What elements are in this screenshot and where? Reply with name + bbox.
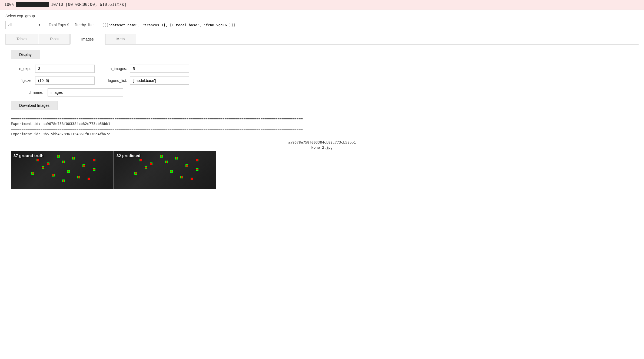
vehicle-dot-15 <box>62 179 65 182</box>
pred-dot-8 <box>196 168 198 171</box>
n-exps-input[interactable] <box>35 65 95 73</box>
pred-dot-3 <box>165 161 168 163</box>
pred-dot-2 <box>150 162 152 165</box>
pred-dot-6 <box>170 170 173 173</box>
vehicle-dot-13 <box>88 178 90 180</box>
vehicle-dot-5 <box>72 157 75 159</box>
pred-dot-12 <box>191 178 193 180</box>
vehicle-dot-7 <box>52 174 55 177</box>
tabs-section: Tables Plots Images Meta <box>0 31 644 45</box>
vehicle-dot-2 <box>47 162 49 165</box>
left-col: n_exps: figsize: <box>11 65 95 85</box>
progress-bar-fill <box>16 2 49 7</box>
predicted-panel: 32 predicted <box>114 151 216 189</box>
experiment-image: 37 ground truth <box>11 151 216 189</box>
pred-dot-4 <box>145 166 147 169</box>
tab-plots[interactable]: Plots <box>39 34 69 44</box>
pred-dot-13 <box>196 159 198 161</box>
display-button[interactable]: Display <box>11 50 40 59</box>
predicted-label: 32 predicted <box>117 153 140 158</box>
vehicle-dot-12 <box>77 176 80 178</box>
vehicle-dot-8 <box>82 164 85 167</box>
vehicle-dot-14 <box>93 159 95 161</box>
n-images-input[interactable] <box>130 65 189 73</box>
vehicle-dot-11 <box>57 155 60 158</box>
ground-truth-panel: 37 ground truth <box>11 151 114 189</box>
dirname-row: dirname: <box>11 88 633 97</box>
main-content: Display n_exps: figsize: n_images: legen… <box>0 45 644 194</box>
vehicle-dot-4 <box>42 166 44 169</box>
pred-dot-11 <box>180 176 183 178</box>
select-row: all ▼ Total Exps 9 filterby_list: <box>5 21 639 29</box>
vehicle-dot-1 <box>36 159 39 161</box>
progress-label: 10/10 [00:00<00:00, 610.61it/s] <box>51 2 127 7</box>
dirname-input[interactable] <box>48 88 123 97</box>
n-images-label: n_images: <box>105 67 127 71</box>
image-section: aa9678e758f003384cb82c773cb58bb1 None:2.… <box>11 140 633 189</box>
output-section: ========================================… <box>11 117 633 136</box>
figsize-input[interactable] <box>35 77 95 85</box>
n-exps-row: n_exps: <box>11 65 95 73</box>
pred-dot-9 <box>134 172 137 175</box>
vehicle-dot-3 <box>62 161 65 163</box>
progress-bar-section: 100% 10/10 [00:00<00:00, 610.61it/s] <box>0 0 644 9</box>
vehicle-dot-6 <box>67 170 70 173</box>
legend-list-input[interactable] <box>130 77 189 85</box>
tabs-row: Tables Plots Images Meta <box>5 34 639 45</box>
figsize-label: figsize: <box>11 78 32 83</box>
image-subtitle: None:2.jpg <box>11 145 633 149</box>
vehicle-dot-9 <box>93 168 95 171</box>
tab-tables[interactable]: Tables <box>5 34 38 44</box>
image-title: aa9678e758f003384cb82c773cb58bb1 <box>11 140 633 144</box>
experiment-2-id: Experiment id: 0b515bb4073961154861f0170… <box>11 132 633 136</box>
pred-dot-10 <box>160 155 163 158</box>
exp-group-dropdown-wrapper[interactable]: all ▼ <box>5 21 43 29</box>
tab-meta[interactable]: Meta <box>105 34 136 44</box>
legend-list-label: legend_list: <box>105 78 127 83</box>
legend-list-row: legend_list: <box>105 77 189 85</box>
progress-percentage: 100% <box>4 2 14 7</box>
n-exps-label: n_exps: <box>11 67 32 71</box>
pred-dot-7 <box>185 164 188 167</box>
experiment-1-id: Experiment id: aa9678e758f003384cb82c773… <box>11 122 633 126</box>
filterby-label: filterby_list: <box>75 23 94 27</box>
separator-line-2: ========================================… <box>11 127 633 131</box>
select-group-label: Select exp_group <box>5 14 639 18</box>
separator-line-1: ========================================… <box>11 117 633 121</box>
total-exps-label: Total Exps 9 <box>49 23 69 27</box>
pred-dot-1 <box>140 159 142 161</box>
right-col: n_images: legend_list: <box>105 65 189 85</box>
ground-truth-label: 37 ground truth <box>14 153 44 158</box>
pred-dot-5 <box>175 157 178 159</box>
vehicle-dot-10 <box>31 172 34 175</box>
dirname-label: dirname: <box>11 90 43 95</box>
select-group-section: Select exp_group all ▼ Total Exps 9 filt… <box>0 9 644 31</box>
filterby-input[interactable] <box>99 21 261 29</box>
exp-group-select[interactable]: all <box>5 21 43 29</box>
form-fields: n_exps: figsize: n_images: legend_list: <box>11 65 633 85</box>
figsize-row: figsize: <box>11 77 95 85</box>
download-images-button[interactable]: Download Images <box>11 101 58 110</box>
tab-images[interactable]: Images <box>70 34 105 45</box>
n-images-row: n_images: <box>105 65 189 73</box>
